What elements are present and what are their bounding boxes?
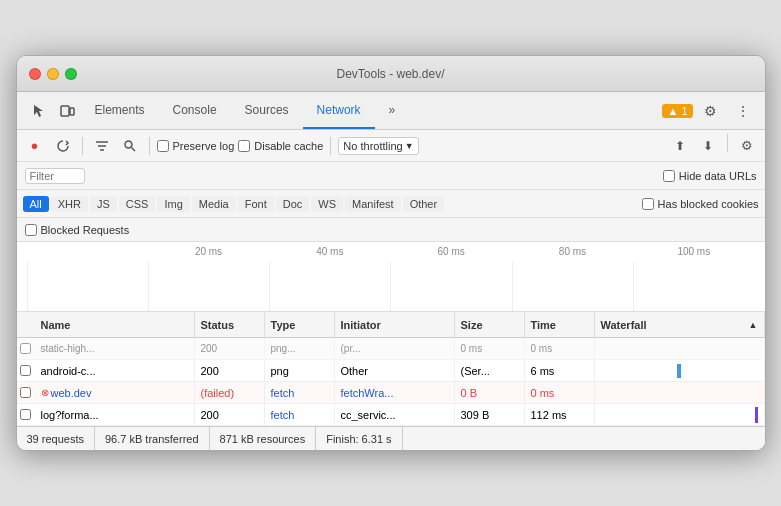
timeline-gridline-4 [512, 262, 633, 311]
preserve-log-input[interactable] [157, 140, 169, 152]
header-name[interactable]: Name [35, 312, 195, 337]
search-button[interactable] [118, 134, 142, 158]
filter-img[interactable]: Img [157, 196, 189, 212]
window-title: DevTools - web.dev/ [336, 67, 444, 81]
clear-button[interactable] [51, 134, 75, 158]
row-time: 0 ms [525, 338, 595, 359]
table-row[interactable]: ⊗ web.dev (failed) fetch fetchWra... 0 B… [17, 382, 765, 404]
filter-all[interactable]: All [23, 196, 49, 212]
toolbar-separator-2 [149, 137, 150, 155]
filter-doc[interactable]: Doc [276, 196, 310, 212]
filter-manifest[interactable]: Manifest [345, 196, 401, 212]
filter-input[interactable] [25, 168, 85, 184]
tab-console[interactable]: Console [159, 92, 231, 129]
hide-data-urls-checkbox[interactable]: Hide data URLs [663, 170, 757, 182]
header-status[interactable]: Status [195, 312, 265, 337]
svg-point-2 [125, 141, 132, 148]
warning-badge[interactable]: ▲ 1 [662, 104, 692, 118]
row-name: ⊗ web.dev [35, 382, 195, 403]
timeline-label-2: 40 ms [269, 246, 390, 257]
filter-other[interactable]: Other [403, 196, 445, 212]
row-checkbox[interactable] [17, 365, 35, 376]
throttle-select[interactable]: No throttling ▼ [338, 137, 418, 155]
minimize-button[interactable] [47, 68, 59, 80]
header-waterfall[interactable]: Waterfall ▲ [595, 312, 765, 337]
row-initiator: cc_servic... [335, 404, 455, 425]
row-checkbox[interactable] [17, 343, 35, 354]
timeline-label-0 [27, 246, 148, 257]
network-settings-button[interactable]: ⚙ [735, 134, 759, 158]
timeline-gridline-3 [390, 262, 511, 311]
svg-rect-1 [70, 108, 74, 115]
tab-more[interactable]: » [375, 92, 410, 129]
traffic-lights [29, 68, 77, 80]
row-name: log?forma... [35, 404, 195, 425]
row-initiator: Other [335, 360, 455, 381]
header-time[interactable]: Time [525, 312, 595, 337]
tabs-list: Elements Console Sources Network » [81, 92, 663, 129]
table-row[interactable]: static-high... 200 png... (pr... 0 ms 0 … [17, 338, 765, 360]
row-checkbox[interactable] [17, 409, 35, 420]
devtools-window: DevTools - web.dev/ Elements Console Sou… [16, 55, 766, 451]
status-bar: 39 requests 96.7 kB transferred 871 kB r… [17, 426, 765, 450]
more-icon-btn[interactable]: ⋮ [729, 97, 757, 125]
tab-network[interactable]: Network [303, 92, 375, 129]
has-blocked-cookies-input[interactable] [642, 198, 654, 210]
waterfall-bar [677, 364, 681, 378]
header-size[interactable]: Size [455, 312, 525, 337]
timeline-gridline-1 [148, 262, 269, 311]
filter-media[interactable]: Media [192, 196, 236, 212]
filter-js[interactable]: JS [90, 196, 117, 212]
device-icon-btn[interactable] [53, 97, 81, 125]
disable-cache-input[interactable] [238, 140, 250, 152]
row-initiator: (pr... [335, 338, 455, 359]
row-time: 0 ms [525, 382, 595, 403]
timeline-label-1: 20 ms [148, 246, 269, 257]
row-time: 6 ms [525, 360, 595, 381]
filter-button[interactable] [90, 134, 114, 158]
blocked-requests-checkbox[interactable]: Blocked Requests [25, 224, 130, 236]
waterfall-bar [755, 407, 758, 423]
row-status: 200 [195, 360, 265, 381]
close-button[interactable] [29, 68, 41, 80]
maximize-button[interactable] [65, 68, 77, 80]
import-button[interactable]: ⬆ [668, 134, 692, 158]
row-status: (failed) [195, 382, 265, 403]
table-row[interactable]: android-c... 200 png Other (Ser... 6 ms [17, 360, 765, 382]
toolbar-separator-3 [330, 137, 331, 155]
table-header: Name Status Type Initiator Size Time Wat… [17, 312, 765, 338]
network-toolbar: ● Preserve log Disable cache [17, 130, 765, 162]
record-button[interactable]: ● [23, 134, 47, 158]
hide-data-urls-input[interactable] [663, 170, 675, 182]
cursor-icon-btn[interactable] [25, 97, 53, 125]
blocked-requests-input[interactable] [25, 224, 37, 236]
row-type: png [265, 360, 335, 381]
row-time: 112 ms [525, 404, 595, 425]
chevron-down-icon: ▼ [405, 141, 414, 151]
tab-elements[interactable]: Elements [81, 92, 159, 129]
table-row[interactable]: log?forma... 200 fetch cc_servic... 309 … [17, 404, 765, 426]
has-blocked-cookies-checkbox[interactable]: Has blocked cookies [642, 198, 759, 210]
row-checkbox[interactable] [17, 387, 35, 398]
row-waterfall [595, 404, 765, 425]
timeline-labels: 20 ms 40 ms 60 ms 80 ms 100 ms [27, 246, 755, 257]
toolbar-separator-1 [82, 137, 83, 155]
header-type[interactable]: Type [265, 312, 335, 337]
timeline-label-4: 80 ms [512, 246, 633, 257]
preserve-log-checkbox[interactable]: Preserve log [157, 140, 235, 152]
row-size: (Ser... [455, 360, 525, 381]
filter-css[interactable]: CSS [119, 196, 156, 212]
filter-xhr[interactable]: XHR [51, 196, 88, 212]
disable-cache-checkbox[interactable]: Disable cache [238, 140, 323, 152]
filter-types-row: All XHR JS CSS Img Media Font Doc WS Man… [17, 190, 765, 218]
settings-icon-btn[interactable]: ⚙ [697, 97, 725, 125]
export-button[interactable]: ⬇ [696, 134, 720, 158]
row-size: 0 ms [455, 338, 525, 359]
timeline-label-3: 60 ms [390, 246, 511, 257]
tab-sources[interactable]: Sources [231, 92, 303, 129]
filter-font[interactable]: Font [238, 196, 274, 212]
header-initiator[interactable]: Initiator [335, 312, 455, 337]
timeline-gridline-0 [27, 262, 148, 311]
requests-count: 39 requests [27, 427, 95, 450]
filter-ws[interactable]: WS [311, 196, 343, 212]
